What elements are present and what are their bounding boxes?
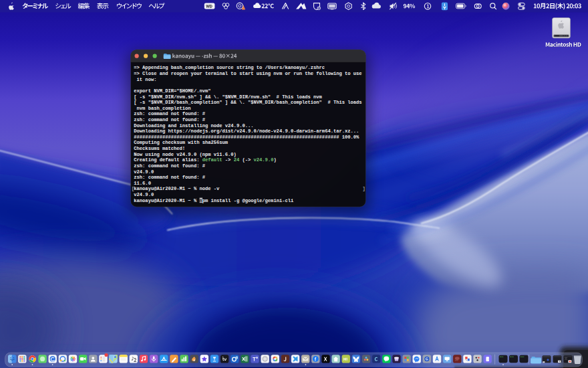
svg-text:11.6.0: 11.6.0 bbox=[134, 181, 151, 186]
svg-text:zsh: command not found: #: zsh: command not found: # bbox=[134, 117, 205, 122]
svg-text:kanoayu@Air2020-M1 ~ % node -v: kanoayu@Air2020-M1 ~ % node -v bbox=[134, 186, 220, 191]
svg-text:nvm bash_completion: nvm bash_completion bbox=[134, 106, 190, 111]
svg-text:zsh: command not found: #: zsh: command not found: # bbox=[134, 163, 205, 169]
svg-text:Computing checksum with sha256: Computing checksum with sha256sum bbox=[134, 140, 228, 145]
svg-text:v24.9.0: v24.9.0 bbox=[134, 192, 154, 197]
svg-text:Downloading https://nodejs.org: Downloading https://nodejs.org/dist/v24.… bbox=[134, 128, 359, 134]
svg-text:zsh: command not found: #: zsh: command not found: # bbox=[134, 175, 205, 180]
svg-text:]: ] bbox=[363, 186, 365, 191]
svg-text:it now:: it now: bbox=[134, 77, 156, 82]
svg-text:[: [ bbox=[132, 186, 134, 191]
svg-text:Checksums matched!: Checksums matched! bbox=[134, 146, 185, 151]
svg-text:##############################: ########################################… bbox=[134, 134, 359, 140]
svg-text:v24.9.0: v24.9.0 bbox=[134, 169, 154, 175]
svg-text:kanoayu@Air2020-M1 ~ % npm ins: kanoayu@Air2020-M1 ~ % npm install -g @g… bbox=[134, 198, 293, 203]
svg-text:export NVM_DIR="$HOME/.nvm": export NVM_DIR="$HOME/.nvm" bbox=[134, 88, 210, 94]
svg-text:Now using node v24.9.0 (npm v1: Now using node v24.9.0 (npm v11.6.0) bbox=[134, 152, 237, 157]
svg-text:[ -s "$NVM_DIR/bash_completion: [ -s "$NVM_DIR/bash_completion" ] && \. … bbox=[134, 100, 361, 105]
svg-text:=> Close and reopen your termi: => Close and reopen your terminal to sta… bbox=[134, 71, 361, 76]
svg-text:Downloading and installing nod: Downloading and installing node v24.9.0.… bbox=[134, 123, 253, 128]
svg-text:Creating default alias: defaul: Creating default alias: default -> 24 (-… bbox=[134, 157, 276, 163]
svg-text:=> Appending bash_completion s: => Appending bash_completion source stri… bbox=[134, 65, 325, 70]
svg-text:zsh: command not found: #: zsh: command not found: # bbox=[134, 111, 205, 116]
svg-text:[ -s "$NVM_DIR/nvm.sh" ] && \.: [ -s "$NVM_DIR/nvm.sh" ] && \. "$NVM_DIR… bbox=[134, 94, 322, 100]
